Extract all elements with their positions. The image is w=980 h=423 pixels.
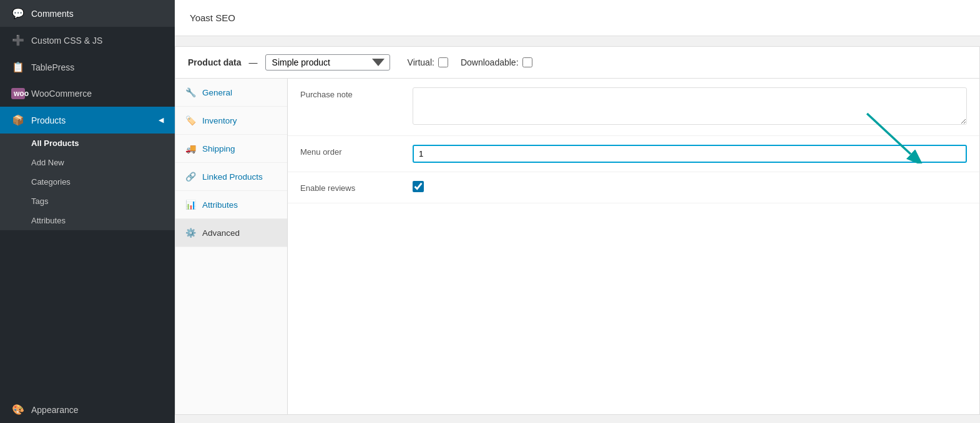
tab-shipping[interactable]: 🚚 Shipping	[175, 135, 287, 163]
enable-reviews-label: Enable reviews	[300, 181, 413, 193]
yoast-seo-label: Yoast SEO	[190, 12, 235, 23]
enable-reviews-checkbox[interactable]	[413, 181, 424, 192]
purchase-note-textarea[interactable]	[413, 87, 967, 125]
tablepress-icon: 📋	[11, 61, 25, 73]
product-data-body: 🔧 General 🏷️ Inventory 🚚 Shipping 🔗 Link…	[175, 79, 979, 414]
tab-general[interactable]: 🔧 General	[175, 79, 287, 107]
custom-css-icon: ➕	[11, 34, 25, 46]
sidebar-item-label: Products	[31, 115, 66, 125]
sidebar-item-label: WooCommerce	[31, 89, 92, 99]
sidebar-item-label: Appearance	[31, 405, 79, 415]
sidebar-item-tablepress[interactable]: 📋 TablePress	[0, 54, 175, 80]
menu-order-label: Menu order	[300, 145, 413, 157]
chevron-icon: ◀	[159, 116, 164, 124]
virtual-checkbox[interactable]	[438, 57, 448, 67]
appearance-icon: 🎨	[11, 404, 25, 416]
tab-advanced-label: Advanced	[202, 228, 240, 238]
submenu-tags[interactable]: Tags	[0, 192, 175, 211]
shipping-tab-icon: 🚚	[185, 143, 196, 153]
tab-advanced-content: Purchase note Menu order	[288, 79, 979, 414]
virtual-group: Virtual:	[408, 57, 448, 67]
advanced-tab-icon: ⚙️	[185, 228, 196, 238]
downloadable-label: Downloadable:	[461, 57, 519, 67]
product-data-header: Product data — Simple product Grouped pr…	[175, 47, 979, 79]
inventory-tab-icon: 🏷️	[185, 115, 196, 125]
purchase-note-value	[413, 87, 967, 127]
products-icon: 📦	[11, 114, 25, 126]
tab-shipping-label: Shipping	[202, 144, 235, 153]
attributes-tab-icon: 📊	[185, 200, 196, 210]
submenu-categories[interactable]: Categories	[0, 172, 175, 192]
tab-general-label: General	[202, 88, 232, 97]
tab-attributes-label: Attributes	[202, 200, 238, 210]
tab-linked-products[interactable]: 🔗 Linked Products	[175, 163, 287, 191]
sidebar-item-label: Custom CSS & JS	[31, 36, 102, 46]
product-tabs: 🔧 General 🏷️ Inventory 🚚 Shipping 🔗 Link…	[175, 79, 288, 414]
menu-order-value	[413, 145, 967, 163]
submenu-add-new[interactable]: Add New	[0, 153, 175, 172]
menu-order-row: Menu order	[288, 136, 979, 172]
submenu-all-products[interactable]: All Products	[0, 134, 175, 153]
downloadable-group: Downloadable:	[461, 57, 532, 67]
sidebar-item-comments[interactable]: 💬 Comments	[0, 0, 175, 27]
sidebar-item-appearance[interactable]: 🎨 Appearance	[0, 396, 175, 423]
product-data-dash: —	[249, 57, 258, 67]
virtual-label: Virtual:	[408, 57, 434, 67]
general-tab-icon: 🔧	[185, 87, 196, 97]
tab-inventory-label: Inventory	[202, 116, 237, 125]
purchase-note-label: Purchase note	[300, 87, 413, 99]
menu-order-input[interactable]	[413, 145, 967, 163]
downloadable-checkbox[interactable]	[522, 57, 532, 67]
linked-tab-icon: 🔗	[185, 172, 196, 182]
comments-icon: 💬	[11, 7, 25, 19]
enable-reviews-value	[413, 181, 967, 194]
products-submenu: All Products Add New Categories Tags Att…	[0, 134, 175, 230]
virtual-downloadable-group: Virtual: Downloadable:	[408, 57, 532, 67]
product-type-select[interactable]: Simple product Grouped product External/…	[265, 54, 390, 70]
sidebar-item-label: TablePress	[31, 62, 74, 72]
tab-attributes[interactable]: 📊 Attributes	[175, 191, 287, 219]
product-data-section: Product data — Simple product Grouped pr…	[175, 36, 980, 423]
product-data-box: Product data — Simple product Grouped pr…	[175, 46, 980, 415]
main-content: Yoast SEO Product data — Simple product …	[175, 0, 980, 423]
submenu-attributes[interactable]: Attributes	[0, 211, 175, 230]
tab-inventory[interactable]: 🏷️ Inventory	[175, 107, 287, 135]
product-data-label: Product data	[188, 57, 242, 67]
yoast-seo-section: Yoast SEO	[175, 0, 980, 36]
tab-linked-label: Linked Products	[202, 172, 263, 182]
sidebar-item-products[interactable]: 📦 Products ◀	[0, 107, 175, 134]
purchase-note-row: Purchase note	[288, 79, 979, 136]
sidebar-item-label: Comments	[31, 9, 74, 19]
tab-advanced[interactable]: ⚙️ Advanced	[175, 219, 287, 247]
sidebar-item-custom-css-js[interactable]: ➕ Custom CSS & JS	[0, 27, 175, 54]
sidebar: 💬 Comments ➕ Custom CSS & JS 📋 TablePres…	[0, 0, 175, 423]
woocommerce-icon: woo	[11, 88, 25, 99]
sidebar-item-woocommerce[interactable]: woo WooCommerce	[0, 80, 175, 107]
enable-reviews-row: Enable reviews	[288, 172, 979, 203]
